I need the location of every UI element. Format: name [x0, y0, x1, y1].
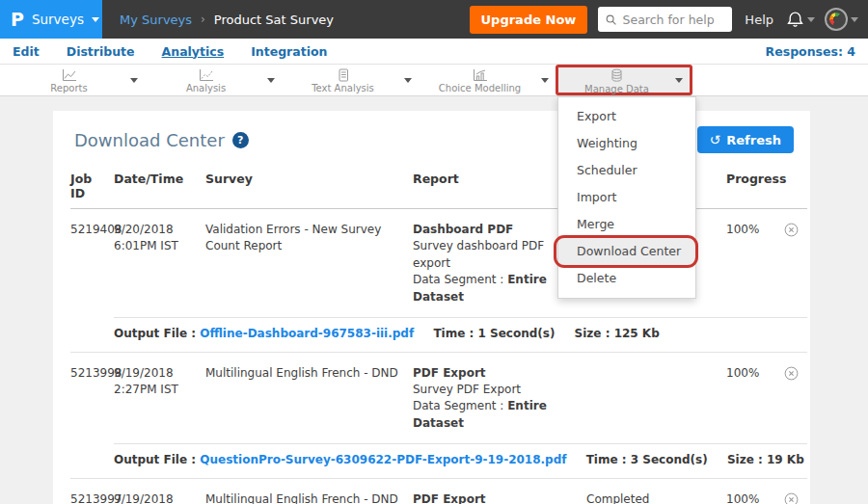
nav-item-integration[interactable]: Integration: [251, 44, 327, 59]
job-id-cell: 5213997: [70, 491, 114, 504]
data-segment: Data Segment : Entire Dataset: [413, 272, 575, 305]
progress-cell: 100%: [726, 491, 784, 504]
product-switcher[interactable]: P Surveys: [0, 0, 102, 39]
time-value: 1 Second(s): [477, 327, 555, 340]
survey-cell: Validation Errors - New Survey Count Rep…: [205, 222, 413, 255]
nav-item-edit[interactable]: Edit: [13, 44, 40, 59]
refresh-button[interactable]: ↺ Refresh: [697, 126, 794, 153]
menu-item-export[interactable]: Export: [558, 103, 695, 130]
menu-item-merge[interactable]: Merge: [558, 211, 695, 238]
trend-chart-icon: [199, 68, 214, 82]
col-progress: Progress: [726, 172, 784, 186]
progress-cell: 100%: [726, 222, 784, 238]
content-area: Download Center ? ↺ Refresh Job ID Date/…: [0, 96, 868, 504]
bell-icon: [786, 11, 804, 29]
nav-item-analytics[interactable]: Analytics: [162, 44, 225, 59]
upgrade-now-button[interactable]: Upgrade Now: [470, 6, 588, 34]
cancel-icon[interactable]: [784, 366, 799, 385]
search-input[interactable]: [623, 13, 725, 27]
size-value: 19 Kb: [767, 453, 804, 466]
time-label: Time :: [586, 453, 627, 466]
menu-item-delete[interactable]: Delete: [558, 265, 695, 292]
menu-item-download-center[interactable]: Download Center: [558, 238, 695, 265]
refresh-label: Refresh: [726, 133, 781, 147]
bar-line-chart-icon: [473, 68, 488, 82]
questionpro-logo-icon: P: [11, 9, 24, 30]
line-chart-icon: [62, 68, 77, 82]
download-center-panel: Download Center ? ↺ Refresh Job ID Date/…: [53, 111, 810, 504]
size-label: Size :: [575, 327, 610, 340]
chevron-down-icon[interactable]: [675, 78, 683, 83]
menu-item-scheduler[interactable]: Scheduler: [558, 157, 695, 184]
nav-item-distribute[interactable]: Distribute: [67, 44, 135, 59]
data-segment: Data Segment : Entire Dataset: [413, 398, 575, 432]
chevron-down-icon: [807, 17, 815, 22]
document-icon: [336, 68, 351, 82]
size-label: Size :: [727, 453, 763, 466]
responses-count[interactable]: Responses: 4: [766, 44, 855, 59]
toolbar-item-manage-data[interactable]: Manage Data: [556, 65, 692, 95]
job-id-cell: 5219408: [70, 222, 114, 238]
account-menu-button[interactable]: [825, 8, 858, 31]
menu-item-import[interactable]: Import: [558, 184, 695, 211]
chevron-down-icon[interactable]: [267, 78, 275, 83]
chevron-down-icon: [851, 17, 858, 22]
menu-item-weighting[interactable]: Weighting: [558, 130, 695, 157]
col-datetime: Date/Time: [114, 172, 205, 186]
datetime-cell: 9/19/2018 2:27PM IST: [114, 365, 205, 399]
output-file-row: Output File : QuestionPro-Survey-6309622…: [114, 443, 807, 478]
status-text: Completed Successfully: [586, 491, 668, 504]
time-label: Time :: [433, 327, 474, 340]
toolbar-item-choice-modelling[interactable]: Choice Modelling: [419, 65, 556, 95]
status-cell: Completed Successfully: [586, 491, 726, 504]
help-link[interactable]: Help: [745, 13, 773, 27]
toolbar-label: Manage Data: [584, 84, 649, 94]
report-name: PDF Export: [413, 365, 575, 382]
top-bar: P Surveys My Surveys › Product Sat Surve…: [0, 0, 868, 39]
avatar: [825, 8, 848, 31]
toolbar-item-analysis[interactable]: Analysis: [145, 65, 282, 95]
cancel-icon[interactable]: [784, 492, 799, 504]
col-survey: Survey: [205, 172, 413, 186]
report-name: Dashboard PDF: [413, 222, 575, 238]
output-file-label: Output File :: [114, 327, 196, 340]
data-segment-label: Data Segment :: [413, 273, 503, 286]
toolbar-label: Choice Modelling: [439, 83, 521, 93]
chevron-down-icon[interactable]: [541, 78, 549, 83]
breadcrumb-separator-icon: ›: [201, 13, 205, 26]
analytics-toolbar: Reports Analysis Text Analysis Choice Mo…: [0, 65, 868, 96]
menu-item-label: Download Center: [577, 244, 681, 258]
notifications-button[interactable]: [786, 11, 815, 29]
chevron-down-icon[interactable]: [404, 78, 412, 83]
survey-cell: Multilingual English French - DND: [205, 491, 413, 504]
size-value: 125 Kb: [614, 327, 660, 340]
table-header-row: Job ID Date/Time Survey Report Progress: [70, 163, 807, 209]
status-cell: [586, 365, 726, 382]
report-name: PDF Export: [413, 491, 575, 504]
chevron-down-icon: [92, 17, 99, 22]
col-job-id: Job ID: [70, 172, 114, 200]
database-icon: [610, 68, 624, 83]
report-desc: Survey PDF Export: [413, 382, 575, 398]
output-file-row: Output File : Offline-Dashboard-967583-i…: [114, 317, 807, 352]
search-icon: [606, 13, 616, 26]
section-nav: Edit Distribute Analytics Integration Re…: [0, 39, 868, 65]
jobs-table: Job ID Date/Time Survey Report Progress …: [70, 163, 807, 504]
page-title: Download Center: [74, 130, 225, 150]
chevron-down-icon[interactable]: [130, 78, 138, 83]
breadcrumb-parent-link[interactable]: My Surveys: [120, 13, 192, 27]
manage-data-dropdown: Export Weighting Scheduler Import Merge …: [557, 96, 696, 299]
help-search-box[interactable]: [598, 7, 732, 32]
help-icon[interactable]: ?: [232, 132, 249, 148]
job-id-cell: 5213998: [70, 365, 114, 382]
toolbar-item-text-analysis[interactable]: Text Analysis: [282, 65, 419, 95]
output-file-link[interactable]: Offline-Dashboard-967583-iii.pdf: [200, 327, 414, 340]
toolbar-item-reports[interactable]: Reports: [8, 65, 145, 95]
datetime-cell: 9/20/2018 6:01PM IST: [114, 222, 205, 255]
cancel-icon[interactable]: [784, 223, 799, 242]
toolbar-label: Reports: [50, 83, 87, 93]
app-label: Surveys: [32, 12, 84, 27]
output-file-link[interactable]: QuestionPro-Survey-6309622-PDF-Export-9-…: [200, 453, 566, 466]
breadcrumb-current: Product Sat Survey: [214, 13, 334, 27]
breadcrumb: My Surveys › Product Sat Survey: [120, 13, 334, 27]
